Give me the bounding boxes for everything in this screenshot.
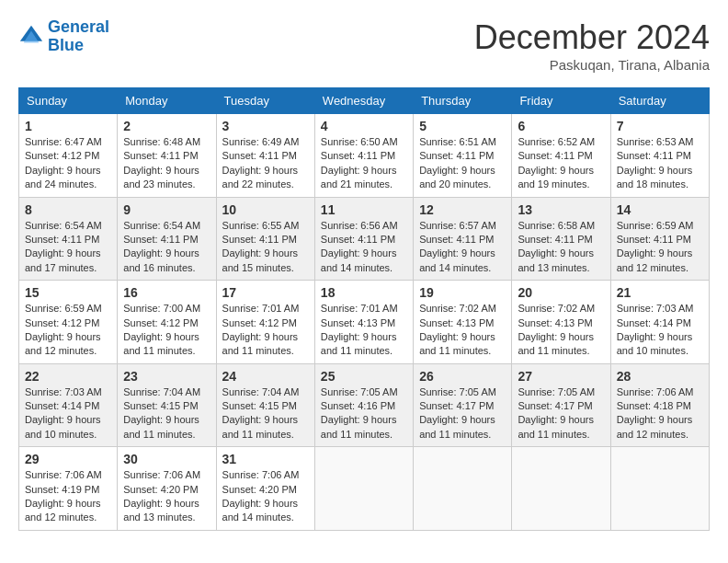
calendar-cell: 8 Sunrise: 6:54 AMSunset: 4:11 PMDayligh… — [19, 197, 118, 281]
day-number: 24 — [222, 369, 309, 384]
calendar-cell — [610, 447, 709, 531]
day-number: 3 — [222, 119, 309, 133]
calendar-cell: 10 Sunrise: 6:55 AMSunset: 4:11 PMDaylig… — [216, 197, 314, 281]
calendar-week-row: 15 Sunrise: 6:59 AMSunset: 4:12 PMDaylig… — [19, 281, 710, 364]
cell-info: Sunrise: 6:59 AMSunset: 4:12 PMDaylight:… — [25, 303, 102, 356]
calendar-table: SundayMondayTuesdayWednesdayThursdayFrid… — [18, 87, 710, 531]
day-number: 30 — [123, 452, 210, 466]
day-number: 14 — [617, 202, 703, 217]
day-number: 31 — [222, 452, 309, 466]
cell-info: Sunrise: 6:50 AMSunset: 4:11 PMDaylight:… — [321, 136, 398, 190]
month-title: December 2024 — [474, 18, 710, 57]
calendar-cell: 25 Sunrise: 7:05 AMSunset: 4:16 PMDaylig… — [314, 363, 413, 447]
calendar-cell: 4 Sunrise: 6:50 AMSunset: 4:11 PMDayligh… — [314, 114, 413, 198]
day-number: 8 — [25, 202, 111, 217]
calendar-cell: 16 Sunrise: 7:00 AMSunset: 4:12 PMDaylig… — [118, 281, 216, 364]
calendar-cell — [414, 447, 512, 531]
day-number: 12 — [419, 202, 506, 217]
calendar-cell: 30 Sunrise: 7:06 AMSunset: 4:20 PMDaylig… — [118, 447, 216, 531]
day-number: 29 — [25, 452, 111, 466]
calendar-cell: 15 Sunrise: 6:59 AMSunset: 4:12 PMDaylig… — [19, 281, 118, 364]
cell-info: Sunrise: 6:58 AMSunset: 4:11 PMDaylight:… — [518, 220, 595, 273]
page-header: General Blue December 2024 Paskuqan, Tir… — [18, 18, 710, 73]
cell-info: Sunrise: 6:59 AMSunset: 4:11 PMDaylight:… — [617, 220, 694, 273]
day-number: 15 — [25, 285, 111, 300]
calendar-cell: 31 Sunrise: 7:06 AMSunset: 4:20 PMDaylig… — [216, 447, 314, 531]
cell-info: Sunrise: 6:52 AMSunset: 4:11 PMDaylight:… — [518, 136, 595, 190]
cell-info: Sunrise: 7:01 AMSunset: 4:12 PMDaylight:… — [222, 303, 300, 356]
calendar-cell: 28 Sunrise: 7:06 AMSunset: 4:18 PMDaylig… — [610, 363, 709, 447]
calendar-cell: 11 Sunrise: 6:56 AMSunset: 4:11 PMDaylig… — [314, 197, 413, 281]
day-number: 7 — [617, 119, 703, 133]
calendar-cell: 18 Sunrise: 7:01 AMSunset: 4:13 PMDaylig… — [314, 281, 413, 364]
cell-info: Sunrise: 6:54 AMSunset: 4:11 PMDaylight:… — [25, 220, 102, 273]
day-number: 27 — [518, 369, 604, 384]
cell-info: Sunrise: 6:56 AMSunset: 4:11 PMDaylight:… — [321, 220, 398, 273]
cell-info: Sunrise: 6:57 AMSunset: 4:11 PMDaylight:… — [419, 220, 496, 273]
logo-text: General Blue — [48, 18, 109, 55]
day-number: 13 — [518, 202, 604, 217]
cell-info: Sunrise: 7:06 AMSunset: 4:18 PMDaylight:… — [617, 386, 694, 440]
calendar-cell — [314, 447, 413, 531]
calendar-week-row: 8 Sunrise: 6:54 AMSunset: 4:11 PMDayligh… — [19, 197, 710, 281]
cell-info: Sunrise: 7:03 AMSunset: 4:14 PMDaylight:… — [25, 386, 102, 440]
day-number: 23 — [123, 369, 210, 384]
calendar-cell: 23 Sunrise: 7:04 AMSunset: 4:15 PMDaylig… — [118, 363, 216, 447]
day-number: 5 — [419, 119, 506, 133]
cell-info: Sunrise: 6:54 AMSunset: 4:11 PMDaylight:… — [123, 220, 200, 273]
day-number: 19 — [419, 285, 506, 300]
weekday-header: Monday — [118, 88, 216, 114]
cell-info: Sunrise: 6:51 AMSunset: 4:11 PMDaylight:… — [419, 136, 496, 190]
cell-info: Sunrise: 7:04 AMSunset: 4:15 PMDaylight:… — [222, 386, 300, 440]
cell-info: Sunrise: 6:55 AMSunset: 4:11 PMDaylight:… — [222, 220, 300, 273]
calendar-cell: 19 Sunrise: 7:02 AMSunset: 4:13 PMDaylig… — [414, 281, 512, 364]
calendar-cell: 26 Sunrise: 7:05 AMSunset: 4:17 PMDaylig… — [414, 363, 512, 447]
weekday-header: Tuesday — [216, 88, 314, 114]
calendar-cell: 5 Sunrise: 6:51 AMSunset: 4:11 PMDayligh… — [414, 114, 512, 198]
logo: General Blue — [18, 18, 109, 55]
day-number: 20 — [518, 285, 604, 300]
cell-info: Sunrise: 7:02 AMSunset: 4:13 PMDaylight:… — [518, 303, 595, 356]
weekday-header: Sunday — [19, 88, 118, 114]
calendar-cell: 24 Sunrise: 7:04 AMSunset: 4:15 PMDaylig… — [216, 363, 314, 447]
cell-info: Sunrise: 7:03 AMSunset: 4:14 PMDaylight:… — [617, 303, 694, 356]
cell-info: Sunrise: 7:01 AMSunset: 4:13 PMDaylight:… — [321, 303, 398, 356]
day-number: 11 — [321, 202, 407, 217]
day-number: 1 — [25, 119, 111, 133]
calendar-header-row: SundayMondayTuesdayWednesdayThursdayFrid… — [19, 88, 710, 114]
day-number: 26 — [419, 369, 506, 384]
calendar-cell: 29 Sunrise: 7:06 AMSunset: 4:19 PMDaylig… — [19, 447, 118, 531]
calendar-cell: 9 Sunrise: 6:54 AMSunset: 4:11 PMDayligh… — [118, 197, 216, 281]
cell-info: Sunrise: 7:05 AMSunset: 4:17 PMDaylight:… — [419, 386, 496, 440]
cell-info: Sunrise: 7:04 AMSunset: 4:15 PMDaylight:… — [123, 386, 200, 440]
calendar-week-row: 1 Sunrise: 6:47 AMSunset: 4:12 PMDayligh… — [19, 114, 710, 198]
day-number: 9 — [123, 202, 210, 217]
calendar-cell: 14 Sunrise: 6:59 AMSunset: 4:11 PMDaylig… — [610, 197, 709, 281]
day-number: 17 — [222, 285, 309, 300]
day-number: 4 — [321, 119, 407, 133]
weekday-header: Saturday — [610, 88, 709, 114]
calendar-cell — [512, 447, 610, 531]
calendar-week-row: 29 Sunrise: 7:06 AMSunset: 4:19 PMDaylig… — [19, 447, 710, 531]
calendar-cell: 3 Sunrise: 6:49 AMSunset: 4:11 PMDayligh… — [216, 114, 314, 198]
cell-info: Sunrise: 7:06 AMSunset: 4:20 PMDaylight:… — [123, 469, 200, 523]
cell-info: Sunrise: 7:06 AMSunset: 4:19 PMDaylight:… — [25, 469, 102, 523]
weekday-header: Thursday — [414, 88, 512, 114]
day-number: 10 — [222, 202, 309, 217]
weekday-header: Wednesday — [314, 88, 413, 114]
day-number: 2 — [123, 119, 210, 133]
calendar-cell: 17 Sunrise: 7:01 AMSunset: 4:12 PMDaylig… — [216, 281, 314, 364]
day-number: 18 — [321, 285, 407, 300]
calendar-cell: 21 Sunrise: 7:03 AMSunset: 4:14 PMDaylig… — [610, 281, 709, 364]
weekday-header: Friday — [512, 88, 610, 114]
day-number: 6 — [518, 119, 604, 133]
day-number: 21 — [617, 285, 703, 300]
title-block: December 2024 Paskuqan, Tirana, Albania — [474, 18, 710, 73]
cell-info: Sunrise: 7:06 AMSunset: 4:20 PMDaylight:… — [222, 469, 300, 523]
calendar-cell: 6 Sunrise: 6:52 AMSunset: 4:11 PMDayligh… — [512, 114, 610, 198]
calendar-cell: 12 Sunrise: 6:57 AMSunset: 4:11 PMDaylig… — [414, 197, 512, 281]
day-number: 16 — [123, 285, 210, 300]
calendar-cell: 7 Sunrise: 6:53 AMSunset: 4:11 PMDayligh… — [610, 114, 709, 198]
cell-info: Sunrise: 7:00 AMSunset: 4:12 PMDaylight:… — [123, 303, 200, 356]
calendar-cell: 27 Sunrise: 7:05 AMSunset: 4:17 PMDaylig… — [512, 363, 610, 447]
